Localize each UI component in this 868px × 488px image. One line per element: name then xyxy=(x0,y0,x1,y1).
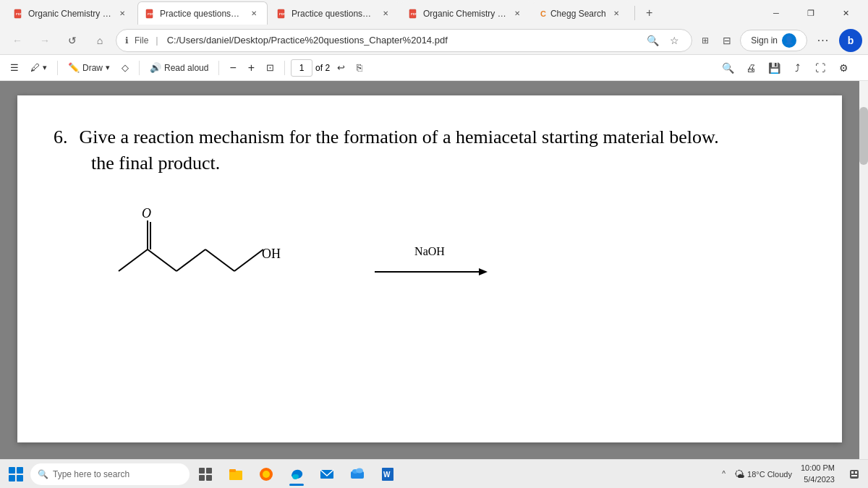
fit-icon: ⊡ xyxy=(266,62,274,73)
read-aloud-button[interactable]: 🔊 Read aloud xyxy=(145,58,213,78)
weather-icon: 🌤 xyxy=(734,468,744,480)
svg-marker-18 xyxy=(479,268,488,275)
taskbar-search-box[interactable]: 🔍 Type here to search xyxy=(30,463,190,485)
zoom-in-button[interactable]: + xyxy=(244,58,259,78)
pdf-scroll-area[interactable]: 6.Give a reaction mechanism for the form… xyxy=(0,81,859,459)
highlight-label: ▾ xyxy=(43,63,47,72)
copy-text-button[interactable]: ⎘ xyxy=(352,58,367,78)
more-tools-button[interactable]: ⚙ xyxy=(833,58,854,78)
tab-organic-chemistry-1st[interactable]: PDF Organic Chemistry (1st editic ✕ xyxy=(6,1,136,25)
windows-logo xyxy=(9,467,23,481)
tab-close-btn-4[interactable]: ✕ xyxy=(511,8,523,20)
question-body: Give a reaction mechanism for the format… xyxy=(80,127,719,147)
svg-line-15 xyxy=(234,249,263,271)
save-button[interactable]: 💾 xyxy=(764,58,784,78)
fullscreen-button[interactable]: ⛶ xyxy=(810,58,830,78)
rotate-button[interactable]: ↩ xyxy=(333,58,349,78)
new-tab-button[interactable]: + xyxy=(639,3,660,23)
minimize-button[interactable]: ─ xyxy=(760,1,793,25)
collections-icon[interactable]: ⊞ xyxy=(697,32,714,49)
tab-label: Chegg Search xyxy=(550,9,606,19)
scrollbar-thumb[interactable] xyxy=(859,107,868,165)
tab-organic-chemistry-clayden[interactable]: PDF Organic Chemistry Clayden S ✕ xyxy=(401,1,531,25)
pdf-main-area: 6.Give a reaction mechanism for the form… xyxy=(0,81,868,459)
mail-icon xyxy=(319,466,335,482)
start-button[interactable] xyxy=(3,461,29,487)
share-button[interactable]: ⤴ xyxy=(787,58,807,78)
tab-close-btn-3[interactable]: ✕ xyxy=(380,8,391,20)
chemistry-diagram: O OH NaOH xyxy=(54,206,806,322)
reaction-arrow-group: NaOH xyxy=(372,245,488,283)
taskbar-file-explorer[interactable] xyxy=(221,461,250,487)
restore-button[interactable]: ❐ xyxy=(794,1,827,25)
draw-button[interactable]: ✏️ Draw ▾ xyxy=(64,58,114,78)
taskbar-mail[interactable] xyxy=(312,461,341,487)
tab-close-btn-2[interactable]: ✕ xyxy=(248,8,260,20)
eraser-button[interactable]: ◇ xyxy=(117,58,133,78)
title-bar: PDF Organic Chemistry (1st editic ✕ PDF … xyxy=(0,0,868,26)
svg-rect-24 xyxy=(229,469,236,472)
sign-in-button[interactable]: Sign in 👤 xyxy=(740,30,807,51)
svg-rect-36 xyxy=(851,475,857,476)
fit-page-button[interactable]: ⊡ xyxy=(262,58,278,78)
split-screen-icon[interactable]: ⊟ xyxy=(718,32,736,49)
refresh-button[interactable]: ↺ xyxy=(61,29,84,52)
system-clock[interactable]: 10:00 PM 5/4/2023 xyxy=(795,463,841,485)
svg-line-12 xyxy=(148,249,176,271)
taskbar-edge[interactable] xyxy=(282,461,311,487)
weather-text: 18°C Cloudy xyxy=(747,470,792,479)
svg-rect-20 xyxy=(206,468,212,474)
file-explorer-icon xyxy=(228,466,244,482)
page-total-label: of 2 xyxy=(315,63,330,73)
svg-rect-35 xyxy=(855,471,857,474)
settings-menu-button[interactable]: ··· xyxy=(812,29,835,52)
address-right-icons: 🔍 ☆ xyxy=(644,32,683,49)
read-aloud-icon: 🔊 xyxy=(150,62,161,73)
pdf-icon-4: PDF xyxy=(409,9,419,19)
file-info-icon: ℹ xyxy=(125,35,129,46)
page-navigation: of 2 xyxy=(291,59,330,77)
highlight-button[interactable]: 🖊 ▾ xyxy=(26,58,51,78)
forward-button[interactable]: → xyxy=(33,29,56,52)
address-input[interactable]: ℹ File | C:/Users/daniel/Desktop/Practic… xyxy=(116,29,692,52)
tab-close-btn[interactable]: ✕ xyxy=(116,8,128,20)
zoom-out-button[interactable]: − xyxy=(225,58,240,78)
weather-widget[interactable]: 🌤 18°C Cloudy xyxy=(734,468,792,480)
tray-chevron[interactable]: ^ xyxy=(722,470,726,478)
sidebar-icon: ☰ xyxy=(10,62,19,73)
read-aloud-label: Read aloud xyxy=(164,63,208,73)
back-button[interactable]: ← xyxy=(6,29,29,52)
question-body-continued: the final product. xyxy=(91,153,220,174)
taskbar-app-list: W xyxy=(191,461,715,487)
svg-text:W: W xyxy=(383,471,391,479)
page-number-input[interactable] xyxy=(291,59,312,77)
svg-rect-22 xyxy=(206,475,212,481)
svg-text:O: O xyxy=(142,206,151,221)
draw-label: Draw xyxy=(82,63,103,73)
sidebar-toggle-button[interactable]: ☰ xyxy=(6,58,23,78)
svg-point-30 xyxy=(356,468,363,473)
print-button[interactable]: 🖨 xyxy=(741,58,761,78)
svg-line-14 xyxy=(205,249,234,271)
tab-separator xyxy=(634,6,635,20)
sign-in-label: Sign in xyxy=(751,35,778,46)
tab-practice-questions-active[interactable]: PDF Practice questions_Chapter ✕ xyxy=(137,1,268,25)
home-button[interactable]: ⌂ xyxy=(88,29,111,52)
taskbar-word[interactable]: W xyxy=(373,461,402,487)
tab-close-btn-5[interactable]: ✕ xyxy=(610,8,622,20)
taskbar-task-view[interactable] xyxy=(191,461,220,487)
close-button[interactable]: ✕ xyxy=(829,1,862,25)
tab-practice-questions-2[interactable]: PDF Practice questions_Chapter 1 ✕ xyxy=(269,1,399,25)
search-address-icon[interactable]: 🔍 xyxy=(644,32,661,49)
search-pdf-button[interactable]: 🔍 xyxy=(718,58,738,78)
taskbar-firefox[interactable] xyxy=(252,461,281,487)
svg-rect-21 xyxy=(199,475,205,481)
tab-label: Organic Chemistry Clayden S xyxy=(423,9,507,19)
notification-icon xyxy=(849,469,859,479)
bing-copilot-button[interactable]: b xyxy=(839,29,862,52)
address-separator: | xyxy=(156,35,158,46)
notification-button[interactable] xyxy=(843,463,865,485)
tab-chegg-search[interactable]: C Chegg Search ✕ xyxy=(532,1,630,25)
favorites-icon[interactable]: ☆ xyxy=(665,32,683,49)
taskbar-onedrive[interactable] xyxy=(343,461,372,487)
